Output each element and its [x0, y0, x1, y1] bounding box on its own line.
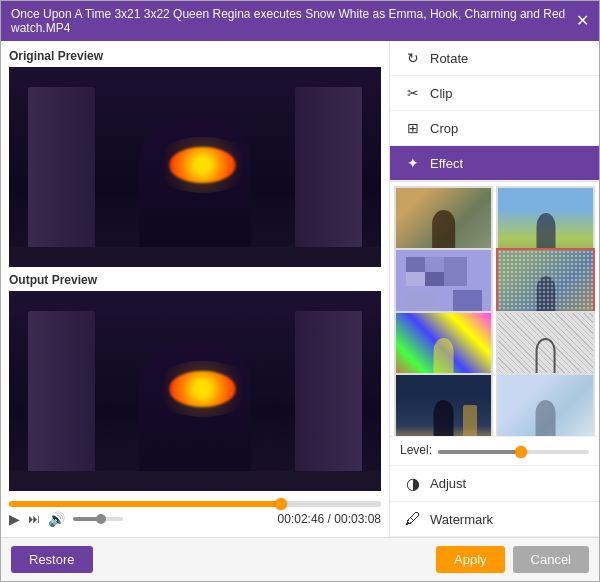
level-label: Level:: [400, 443, 432, 457]
apply-button[interactable]: Apply: [436, 546, 505, 573]
clip-icon: ✂: [404, 85, 422, 101]
time-separator: /: [328, 512, 331, 526]
bottom-bar: Restore Apply Cancel: [1, 537, 599, 581]
pixel-block-3: [406, 272, 425, 286]
effect-night-light: [463, 405, 477, 436]
watermark-option[interactable]: 🖊 Watermark: [390, 502, 599, 537]
playback-controls: ▶ ⏭ 🔊 00:02:46 / 00:03:08: [9, 511, 381, 527]
menu-effect-label: Effect: [430, 156, 463, 171]
menu-rotate-label: Rotate: [430, 51, 468, 66]
volume-icon: 🔊: [48, 511, 65, 527]
action-buttons: Apply Cancel: [436, 546, 589, 573]
time-total: 00:03:08: [334, 512, 381, 526]
right-panel: ↻ Rotate ✂ Clip ⊞ Crop ✦ Effect: [389, 41, 599, 537]
controls-bar: ▶ ⏭ 🔊 00:02:46 / 00:03:08: [9, 497, 381, 529]
effect-icon: ✦: [404, 155, 422, 171]
menu-clip-label: Clip: [430, 86, 452, 101]
cancel-button[interactable]: Cancel: [513, 546, 589, 573]
level-slider-fill: [438, 450, 521, 454]
pixel-block-4: [425, 272, 444, 286]
close-button[interactable]: ✕: [576, 13, 589, 29]
title-bar: Once Upon A Time 3x21 3x22 Queen Regina …: [1, 1, 599, 41]
extra-options: ◑ Adjust 🖊 Watermark: [390, 465, 599, 537]
crop-icon: ⊞: [404, 120, 422, 136]
watermark-icon: 🖊: [404, 510, 422, 528]
scene-floor: [9, 247, 381, 267]
progress-thumb[interactable]: [275, 498, 287, 510]
scene-arch-right: [295, 87, 362, 247]
volume-thumb[interactable]: [96, 514, 106, 524]
play-button[interactable]: ▶: [9, 511, 20, 527]
menu-item-clip[interactable]: ✂ Clip: [390, 76, 599, 111]
rotate-icon: ↻: [404, 50, 422, 66]
progress-bar-fill: [9, 501, 281, 507]
scene-fireball: [169, 147, 236, 183]
output-preview-box: [9, 291, 381, 491]
menu-item-rotate[interactable]: ↻ Rotate: [390, 41, 599, 76]
original-preview-label: Original Preview: [9, 49, 381, 63]
time-current: 00:02:46: [278, 512, 325, 526]
pixel-block-1: [406, 257, 425, 271]
menu-item-crop[interactable]: ⊞ Crop: [390, 111, 599, 146]
adjust-icon: ◑: [404, 474, 422, 493]
effect-night-figure: [433, 400, 454, 436]
effects-grid: [390, 182, 599, 436]
output-preview-label: Output Preview: [9, 273, 381, 287]
menu-crop-label: Crop: [430, 121, 458, 136]
adjust-label: Adjust: [430, 476, 466, 491]
adjust-option[interactable]: ◑ Adjust: [390, 466, 599, 502]
level-slider-thumb[interactable]: [515, 446, 527, 458]
window-title: Once Upon A Time 3x21 3x22 Queen Regina …: [11, 7, 576, 35]
pixel-block-2: [425, 257, 444, 271]
step-forward-button[interactable]: ⏭: [28, 512, 40, 526]
menu-item-effect[interactable]: ✦ Effect: [390, 146, 599, 181]
right-menu: ↻ Rotate ✂ Clip ⊞ Crop ✦ Effect: [390, 41, 599, 182]
original-preview-image: [9, 67, 381, 267]
level-slider[interactable]: [438, 450, 589, 454]
time-display: 00:02:46 / 00:03:08: [278, 512, 381, 526]
effect-bright-figure: [535, 400, 556, 436]
effect-bright-preview: [498, 375, 593, 436]
scene-arch-left: [28, 87, 95, 247]
left-panel: Original Preview Output Preview: [1, 41, 389, 537]
main-window: Once Upon A Time 3x21 3x22 Queen Regina …: [0, 0, 600, 582]
effect-night-preview: [396, 375, 491, 436]
pixel-block-5: [444, 257, 468, 286]
original-preview-box: [9, 67, 381, 267]
effect-bright[interactable]: [496, 373, 595, 436]
restore-button[interactable]: Restore: [11, 546, 93, 573]
effect-night[interactable]: [394, 373, 493, 436]
watermark-label: Watermark: [430, 512, 493, 527]
content-area: Original Preview Output Preview: [1, 41, 599, 537]
progress-bar[interactable]: [9, 501, 381, 507]
output-preview-image: [9, 291, 381, 491]
noise-effect-overlay: [9, 291, 381, 491]
level-section: Level:: [390, 436, 599, 465]
volume-slider[interactable]: [73, 517, 123, 521]
